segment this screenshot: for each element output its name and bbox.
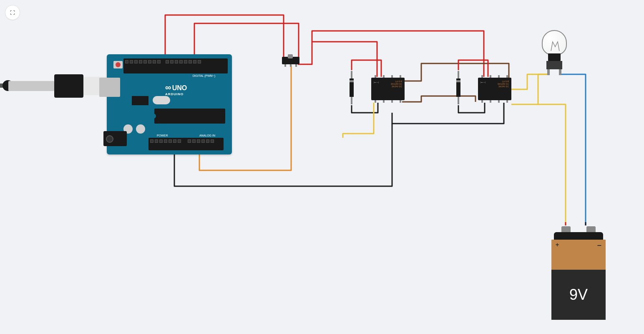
analog-label: ANALOG IN bbox=[199, 134, 215, 137]
fullscreen-icon bbox=[9, 9, 16, 16]
battery-9v[interactable]: + − 9V bbox=[551, 232, 606, 320]
usb-wire bbox=[8, 81, 54, 91]
relay-symbol-icon: ⊢⊣ bbox=[480, 81, 486, 84]
fullscreen-button[interactable] bbox=[5, 5, 20, 20]
arduino-brand: ARDUINO bbox=[165, 92, 187, 96]
arduino-model: UNO bbox=[172, 84, 187, 91]
arduino-usb-port bbox=[99, 78, 120, 97]
bulb-base bbox=[546, 61, 562, 69]
battery-label: 9V bbox=[569, 286, 588, 304]
relay-2[interactable]: ⊢⊣ LU-5-R 3A/120V AC 3A/24V DC bbox=[478, 78, 511, 100]
relay-1[interactable]: ⊢⊣ LU-5-R 3A/120V AC 3A/24V DC bbox=[371, 78, 405, 100]
relay2-spec: LU-5-R 3A/120V AC 3A/24V DC bbox=[498, 80, 509, 88]
relay1-spec: LU-5-R 3A/120V AC 3A/24V DC bbox=[391, 80, 402, 88]
arduino-small-chip bbox=[132, 96, 148, 105]
battery-minus: − bbox=[597, 241, 601, 250]
arduino-uno[interactable]: DIGITAL (PWM~) ∞ UNO ARDUINO POWER ANALO… bbox=[107, 54, 232, 154]
filament-icon bbox=[543, 32, 567, 55]
arduino-digital-header[interactable] bbox=[123, 58, 228, 73]
bulb-glass bbox=[542, 30, 567, 55]
slide-switch[interactable] bbox=[282, 57, 299, 64]
arduino-crystal bbox=[153, 96, 170, 104]
diode-1[interactable] bbox=[350, 78, 354, 97]
relay-symbol-icon: ⊢⊣ bbox=[374, 81, 379, 84]
arduino-logo: ∞ UNO ARDUINO bbox=[165, 83, 187, 96]
light-bulb[interactable] bbox=[540, 30, 569, 84]
battery-body: 9V bbox=[551, 270, 606, 320]
diode-2[interactable] bbox=[456, 78, 460, 97]
arduino-power-analog-header[interactable] bbox=[148, 138, 224, 150]
circuit-canvas[interactable]: DIGITAL (PWM~) ∞ UNO ARDUINO POWER ANALO… bbox=[0, 0, 644, 334]
bulb-neck bbox=[548, 53, 561, 62]
battery-cap bbox=[554, 232, 603, 240]
arduino-atmega-chip bbox=[154, 109, 225, 124]
power-label: POWER bbox=[157, 134, 168, 137]
battery-plus: + bbox=[556, 241, 559, 248]
usb-cable[interactable] bbox=[0, 71, 107, 96]
digital-label: DIGITAL (PWM~) bbox=[193, 74, 215, 77]
arduino-dc-jack bbox=[103, 131, 127, 146]
battery-top-band: + − bbox=[551, 240, 606, 270]
arduino-reset-button[interactable] bbox=[113, 61, 123, 68]
usb-connector-body bbox=[54, 74, 83, 98]
bulb-terminals bbox=[547, 69, 561, 75]
